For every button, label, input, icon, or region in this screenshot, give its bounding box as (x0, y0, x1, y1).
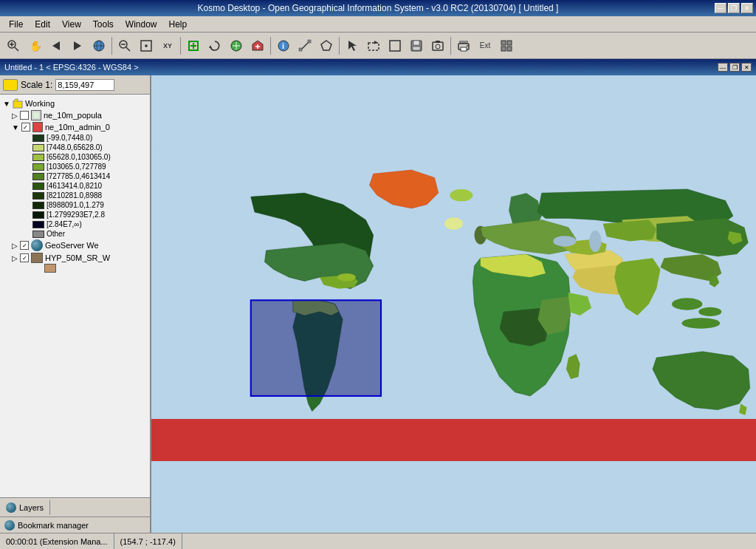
layer4-swatch (44, 264, 56, 273)
expand-working-icon[interactable]: ▼ (3, 100, 10, 108)
status-bar: 00:00:01 (Extension Mana... (154.7 ; -11… (0, 533, 756, 549)
layer3-checkbox[interactable]: ✓ (20, 241, 29, 250)
tools-button[interactable] (496, 35, 517, 56)
svg-rect-44 (501, 41, 506, 45)
menu-view[interactable]: View (56, 18, 87, 31)
expand-layer4-icon[interactable]: ▷ (12, 254, 18, 262)
svg-point-58 (553, 236, 576, 247)
toolbar: ✋ XY i (0, 33, 756, 59)
save-button[interactable] (406, 35, 427, 56)
svg-rect-47 (507, 47, 512, 51)
map-header: Untitled - 1 < EPSG:4326 - WGS84 > — ❐ ✕ (0, 59, 756, 75)
legend-label-3: [103065.0,727789 (47, 163, 106, 171)
expand-layer2-icon[interactable]: ▼ (12, 123, 19, 132)
polygon-button[interactable] (316, 35, 337, 56)
window-controls: — ❐ ✕ (715, 3, 753, 13)
legend-item-other: Other (32, 229, 147, 239)
zoom-box-button[interactable] (136, 35, 157, 56)
layer1-checkbox[interactable] (20, 111, 29, 120)
select-rect-button[interactable] (363, 35, 384, 56)
svg-rect-29 (299, 48, 302, 51)
zoom-out-button[interactable] (114, 35, 135, 56)
svg-rect-61 (251, 300, 381, 396)
main-area: Untitled - 1 < EPSG:4326 - WGS84 > — ❐ ✕… (0, 59, 756, 533)
info-button[interactable]: i (273, 35, 294, 56)
layers-tab[interactable]: Layers (0, 500, 50, 515)
world-map-svg (151, 75, 756, 533)
map-close-button[interactable]: ✕ (741, 63, 752, 72)
menu-file[interactable]: File (3, 18, 29, 31)
refresh-button[interactable] (205, 35, 225, 56)
ext-button[interactable]: Ext (475, 35, 495, 56)
svg-point-55 (698, 307, 721, 316)
svg-marker-31 (321, 41, 331, 50)
legend-label-7: [8988091.0,1.279 (47, 201, 104, 209)
toolbar-separator-1 (111, 37, 112, 55)
globe-button[interactable] (89, 35, 109, 56)
layer3-name: GeoServer We (45, 241, 99, 250)
toolbar-separator-5 (450, 37, 451, 55)
screenshot-button[interactable] (427, 35, 448, 56)
legend-swatch-6 (32, 192, 44, 200)
wms-button[interactable] (226, 35, 247, 56)
menu-tools[interactable]: Tools (87, 18, 120, 31)
svg-rect-45 (507, 41, 512, 45)
xy-button[interactable]: XY (157, 35, 178, 56)
forward-button[interactable] (67, 35, 88, 56)
bookmark-icon (4, 520, 15, 531)
legend-swatch-1 (32, 144, 44, 151)
layer3-item: ▷ ✓ GeoServer We (12, 239, 147, 252)
pan-button[interactable]: ✋ (24, 35, 45, 56)
layer1-item: ▷ ne_10m_popula (12, 109, 147, 121)
legend-item-0: [-99.0,7448.0) (32, 133, 147, 143)
svg-marker-5 (52, 41, 60, 50)
select-button[interactable] (342, 35, 362, 56)
layer2-item: ▼ ✓ ne_10m_admin_0 (12, 121, 147, 133)
scale-input[interactable] (55, 79, 114, 91)
legend-item-8: [1.2799293E7,2.8 (32, 210, 147, 219)
measure-line-button[interactable] (295, 35, 315, 56)
status-coords: (154.7 ; -117.4) (114, 533, 182, 549)
status-time-text: 00:00:01 (Extension Mana... (6, 537, 108, 546)
close-button[interactable]: ✕ (741, 3, 753, 13)
svg-rect-48 (13, 101, 22, 108)
legend-label-4: [727785.0,4613414 (47, 172, 110, 180)
content-split: Scale 1: ▼ Working ▷ (0, 75, 756, 533)
minimize-button[interactable]: — (715, 3, 726, 13)
map-minimize-button[interactable]: — (718, 63, 728, 72)
layer1-name: ne_10m_popula (44, 111, 102, 120)
folder-icon[interactable] (3, 79, 18, 91)
legend-item-2: [65628.0,103065.0) (32, 152, 147, 162)
working-label: Working (25, 99, 55, 108)
svg-point-57 (337, 273, 356, 281)
edit-button[interactable] (385, 35, 405, 56)
add-layer-button[interactable] (183, 35, 204, 56)
map-area[interactable] (151, 75, 756, 533)
folder-open-icon (13, 98, 23, 109)
layers-tab-label: Layers (19, 503, 44, 512)
layer4-checkbox[interactable]: ✓ (20, 253, 29, 262)
svg-text:✋: ✋ (30, 40, 41, 52)
expand-layer3-icon[interactable]: ▷ (12, 242, 18, 250)
layer2-checkbox[interactable]: ✓ (21, 123, 30, 132)
bookmark-tab[interactable]: Bookmark manager (0, 516, 150, 533)
legend-swatch-8 (32, 211, 44, 219)
layer3-icon (31, 239, 43, 251)
menu-edit[interactable]: Edit (29, 18, 56, 31)
bottom-tabs: Layers (0, 497, 150, 516)
back-button[interactable] (46, 35, 66, 56)
layer2-name: ne_10m_admin_0 (45, 123, 110, 132)
zoom-in-button[interactable] (3, 35, 24, 56)
legend-label-other: Other (47, 230, 65, 238)
restore-button[interactable]: ❐ (728, 3, 740, 13)
menu-help[interactable]: Help (163, 18, 193, 31)
map-restore-button[interactable]: ❐ (729, 63, 740, 72)
expand-layer1-icon[interactable]: ▷ (12, 112, 18, 120)
wfs-button[interactable] (247, 35, 268, 56)
print-button[interactable] (453, 35, 474, 56)
title-bar: Kosmo Desktop - Open Geographical Inform… (0, 0, 756, 16)
menu-window[interactable]: Window (120, 18, 163, 31)
layer4-icon (31, 253, 43, 263)
legend-item-7: [8988091.0,1.279 (32, 200, 147, 210)
svg-point-56 (681, 318, 720, 329)
